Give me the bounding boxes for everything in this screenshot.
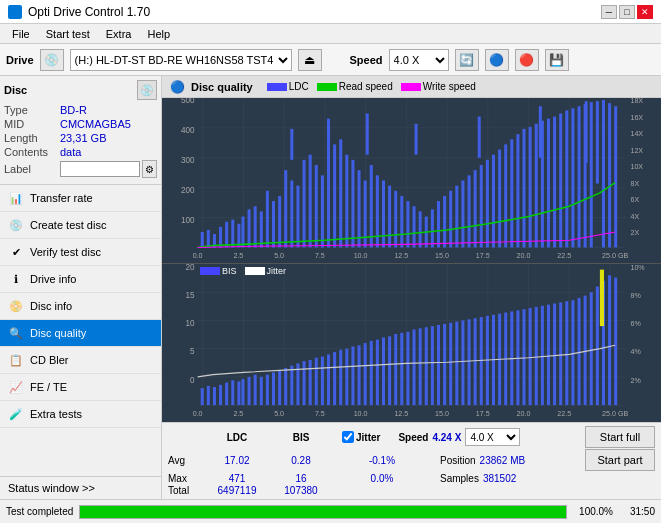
svg-rect-73	[388, 186, 391, 248]
disc-length-label: Length	[4, 132, 60, 144]
save-button[interactable]: 💾	[545, 49, 569, 71]
svg-rect-115	[478, 117, 481, 158]
sidebar-item-disc-quality[interactable]: 🔍 Disc quality	[0, 320, 161, 347]
jitter-check-container: Jitter	[342, 431, 380, 443]
svg-rect-83	[449, 191, 452, 248]
svg-text:5.0: 5.0	[274, 252, 284, 260]
svg-rect-106	[590, 102, 593, 247]
settings-button1[interactable]: 🔵	[485, 49, 509, 71]
speed-value-select[interactable]: 4.0 X	[465, 428, 520, 446]
svg-text:12.5: 12.5	[394, 409, 408, 418]
start-full-button[interactable]: Start full	[585, 426, 655, 448]
svg-rect-213	[547, 305, 550, 405]
chart-legend: LDC Read speed Write speed	[267, 81, 476, 92]
close-button[interactable]: ✕	[637, 5, 653, 19]
svg-rect-196	[443, 324, 446, 405]
svg-rect-165	[254, 375, 257, 405]
jitter-max-value: 0.0%	[371, 473, 394, 484]
svg-text:300: 300	[181, 156, 195, 165]
svg-rect-97	[535, 124, 538, 248]
speed-select[interactable]: 4.0 X	[389, 49, 449, 71]
content-title: Disc quality	[191, 81, 253, 93]
jitter-checkbox[interactable]	[342, 431, 354, 443]
svg-rect-67	[351, 160, 354, 248]
titlebar-controls: ─ □ ✕	[601, 5, 653, 19]
status-text: Test completed	[6, 506, 73, 517]
extra-tests-icon: 🧪	[8, 406, 24, 422]
samples-label: Samples	[440, 473, 479, 484]
drive-info-icon: ℹ	[8, 271, 24, 287]
chart2-legend: BIS Jitter	[200, 266, 286, 276]
minimize-button[interactable]: ─	[601, 5, 617, 19]
disc-label-input[interactable]	[60, 161, 140, 177]
transfer-rate-icon: 📊	[8, 190, 24, 206]
svg-text:20: 20	[186, 264, 195, 272]
sidebar-item-disc-info[interactable]: 📀 Disc info	[0, 293, 161, 320]
svg-rect-110	[614, 106, 617, 247]
svg-text:25.0 GB: 25.0 GB	[602, 409, 628, 418]
refresh-button[interactable]: 🔄	[455, 49, 479, 71]
svg-rect-77	[413, 206, 416, 247]
svg-rect-177	[327, 354, 330, 405]
eject-button[interactable]: ⏏	[298, 49, 322, 71]
svg-rect-102	[565, 110, 568, 247]
drive-select[interactable]: (H:) HL-DT-ST BD-RE WH16NS58 TST4	[70, 49, 292, 71]
stats-avg-row: Avg 17.02 0.28 -0.1% Position 23862 MB S…	[168, 449, 655, 471]
svg-text:6X: 6X	[630, 196, 639, 204]
status-window-button[interactable]: Status window >>	[0, 476, 161, 499]
legend-write-speed: Write speed	[401, 81, 476, 92]
start-part-button[interactable]: Start part	[585, 449, 655, 471]
svg-text:8X: 8X	[630, 180, 639, 188]
legend-ldc-label: LDC	[289, 81, 309, 92]
jitter-legend-label: Jitter	[267, 266, 287, 276]
svg-text:25.0 GB: 25.0 GB	[602, 252, 628, 260]
svg-rect-190	[406, 332, 409, 405]
disc-type-row: Type BD-R	[4, 104, 157, 116]
legend-write-speed-label: Write speed	[423, 81, 476, 92]
svg-rect-87	[474, 170, 477, 247]
jitter-avg-container: -0.1%	[342, 454, 422, 466]
svg-rect-171	[290, 366, 293, 406]
svg-rect-198	[455, 322, 458, 406]
svg-rect-47	[231, 220, 234, 248]
svg-rect-103	[571, 108, 574, 247]
menu-help[interactable]: Help	[139, 26, 178, 42]
disc-mid-row: MID CMCMAGBA5	[4, 118, 157, 130]
sidebar-item-verify-test-disc[interactable]: ✔ Verify test disc	[0, 239, 161, 266]
sidebar-item-extra-tests[interactable]: 🧪 Extra tests	[0, 401, 161, 428]
disc-quality-header-icon: 🔵	[170, 80, 185, 94]
drive-icon-btn[interactable]: 💿	[40, 49, 64, 71]
disc-label-button[interactable]: ⚙	[142, 160, 157, 178]
disc-label-row: Label ⚙	[4, 160, 157, 178]
svg-rect-107	[596, 101, 599, 183]
sidebar-item-create-test-disc[interactable]: 💿 Create test disc	[0, 212, 161, 239]
svg-rect-195	[437, 325, 440, 405]
sidebar-item-drive-info[interactable]: ℹ Drive info	[0, 266, 161, 293]
svg-rect-70	[370, 165, 373, 247]
svg-rect-202	[480, 317, 483, 405]
svg-rect-211	[535, 307, 538, 405]
nav-label-fe-te: FE / TE	[30, 381, 67, 393]
progress-bar-area: Test completed 100.0% 31:50	[0, 499, 661, 523]
svg-rect-193	[425, 327, 428, 405]
settings-button2[interactable]: 🔴	[515, 49, 539, 71]
menu-start-test[interactable]: Start test	[38, 26, 98, 42]
sidebar-item-transfer-rate[interactable]: 📊 Transfer rate	[0, 185, 161, 212]
svg-rect-170	[284, 368, 287, 405]
chart2-container: BIS Jitter	[162, 263, 661, 422]
sidebar-item-fe-te[interactable]: 📈 FE / TE	[0, 374, 161, 401]
menu-extra[interactable]: Extra	[98, 26, 140, 42]
svg-rect-218	[577, 298, 580, 405]
nav-label-cd-bler: CD Bler	[30, 354, 69, 366]
disc-small-icon[interactable]: 💿	[137, 80, 157, 100]
ldc-col-header: LDC	[206, 432, 268, 443]
sidebar-item-cd-bler[interactable]: 📋 CD Bler	[0, 347, 161, 374]
jitter-max-container: 0.0%	[342, 472, 422, 484]
total-label: Total	[168, 485, 204, 496]
legend-ldc: LDC	[267, 81, 309, 92]
svg-rect-192	[419, 328, 422, 405]
menu-file[interactable]: File	[4, 26, 38, 42]
ldc-color	[267, 83, 287, 91]
maximize-button[interactable]: □	[619, 5, 635, 19]
svg-rect-174	[309, 360, 312, 405]
